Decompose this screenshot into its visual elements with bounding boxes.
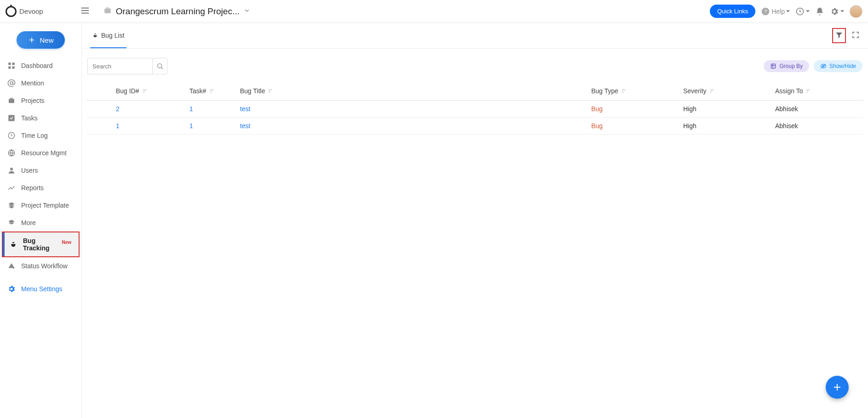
- sidebar-item-more[interactable]: More: [0, 214, 81, 232]
- add-bug-fab[interactable]: [826, 376, 849, 399]
- svg-rect-11: [12, 67, 15, 69]
- svg-rect-38: [710, 91, 713, 91]
- new-button-label: New: [40, 36, 53, 44]
- search-input[interactable]: [88, 59, 152, 73]
- sidebar-item-reports[interactable]: Reports: [0, 179, 81, 197]
- history-button[interactable]: [795, 7, 810, 16]
- svg-rect-39: [710, 92, 712, 93]
- column-label: Bug Title: [240, 87, 265, 95]
- layers-icon: [7, 201, 16, 209]
- column-label: Task#: [189, 87, 206, 95]
- svg-rect-2: [81, 13, 89, 14]
- group-by-label: Group By: [779, 63, 803, 69]
- sort-icon: [805, 88, 811, 94]
- sidebar-item-label: Users: [21, 167, 38, 174]
- svg-rect-42: [806, 92, 808, 93]
- show-hide-button[interactable]: Show/Hide: [814, 60, 862, 72]
- table-row[interactable]: 1 1 test Bug High Abhisek: [86, 118, 863, 135]
- sidebar-item-label: Status Workflow: [21, 262, 68, 270]
- sidebar: New Dashboard Mention Projects: [0, 23, 82, 418]
- group-by-button[interactable]: Group By: [764, 60, 809, 72]
- plus-icon: [832, 382, 843, 393]
- bug-id-link[interactable]: 2: [116, 105, 120, 113]
- sidebar-item-resource[interactable]: Resource Mgmt: [0, 144, 81, 162]
- sort-icon: [621, 88, 627, 94]
- project-name: Orangescrum Learning Projec...: [116, 6, 240, 17]
- th-severity[interactable]: Severity: [680, 82, 771, 101]
- svg-rect-29: [210, 91, 213, 91]
- column-label: Severity: [683, 87, 707, 95]
- sort-icon: [142, 88, 148, 94]
- fullscreen-icon: [851, 31, 860, 39]
- sidebar-item-template[interactable]: Project Template: [0, 197, 81, 214]
- chevron-down-icon: [243, 7, 251, 16]
- bug-id-link[interactable]: 1: [116, 122, 120, 130]
- fullscreen-button[interactable]: [851, 31, 860, 40]
- filter-button[interactable]: [832, 28, 846, 43]
- svg-point-17: [13, 267, 14, 269]
- sidebar-item-workflow[interactable]: Status Workflow: [0, 257, 81, 275]
- th-assign-to[interactable]: Assign To: [771, 82, 863, 101]
- svg-rect-27: [143, 92, 144, 93]
- grid-icon: [7, 62, 16, 70]
- sidebar-item-label: Dashboard: [21, 62, 53, 69]
- help-button[interactable]: ? Help: [761, 7, 790, 16]
- sidebar-item-bug-tracking[interactable]: Bug Tracking New: [3, 232, 79, 256]
- new-button[interactable]: New: [17, 31, 64, 49]
- th-bug-id[interactable]: Bug ID#: [112, 82, 186, 101]
- svg-rect-30: [210, 92, 211, 93]
- task-link[interactable]: 1: [189, 122, 193, 130]
- bug-type-value: Bug: [591, 105, 603, 113]
- svg-rect-34: [622, 90, 626, 90]
- th-checkbox: [86, 82, 112, 101]
- caret-down-icon: [840, 10, 844, 12]
- check-box-icon: [7, 114, 16, 122]
- filter-icon: [835, 31, 843, 39]
- tab-label: Bug List: [101, 32, 125, 39]
- brand-name: Devoop: [19, 7, 43, 15]
- svg-rect-26: [143, 91, 146, 91]
- search-button[interactable]: [152, 58, 167, 74]
- svg-rect-35: [622, 91, 625, 91]
- sidebar-item-menu-settings[interactable]: Menu Settings: [0, 280, 81, 298]
- tab-bug-list[interactable]: Bug List: [90, 23, 126, 48]
- sidebar-item-mention[interactable]: Mention: [0, 74, 81, 92]
- help-label: Help: [771, 8, 785, 15]
- column-label: Bug ID#: [116, 87, 139, 95]
- menu-toggle-icon[interactable]: [80, 6, 90, 17]
- logo[interactable]: Devoop: [6, 6, 43, 17]
- user-avatar[interactable]: [850, 5, 862, 18]
- quick-links-button[interactable]: Quick Links: [710, 5, 755, 18]
- svg-rect-31: [268, 90, 272, 90]
- bug-title-link[interactable]: test: [240, 105, 251, 113]
- svg-rect-20: [771, 64, 776, 68]
- notifications-button[interactable]: [815, 7, 824, 16]
- project-selector[interactable]: Orangescrum Learning Projec...: [103, 6, 251, 17]
- sidebar-item-timelog[interactable]: Time Log: [0, 127, 81, 144]
- sort-icon: [209, 88, 215, 94]
- svg-rect-33: [268, 92, 270, 93]
- workflow-icon: [7, 262, 16, 270]
- sidebar-item-tasks[interactable]: Tasks: [0, 109, 81, 127]
- svg-rect-32: [268, 91, 271, 91]
- layers-icon: [7, 219, 16, 227]
- table-row[interactable]: 2 1 test Bug High Abhisek: [86, 101, 863, 118]
- at-icon: [7, 79, 16, 87]
- settings-button[interactable]: [830, 7, 844, 16]
- th-bug-type[interactable]: Bug Type: [588, 82, 680, 101]
- task-link[interactable]: 1: [189, 105, 193, 113]
- sidebar-item-projects[interactable]: Projects: [0, 92, 81, 109]
- svg-rect-28: [210, 90, 214, 90]
- svg-point-18: [157, 64, 161, 68]
- briefcase-icon: [7, 96, 16, 105]
- svg-line-19: [161, 68, 163, 69]
- bug-title-link[interactable]: test: [240, 122, 251, 130]
- group-icon: [770, 63, 777, 69]
- th-bug-title[interactable]: Bug Title: [236, 82, 588, 101]
- toolbar: Group By Show/Hide: [86, 58, 863, 82]
- sidebar-item-dashboard[interactable]: Dashboard: [0, 57, 81, 74]
- svg-rect-40: [806, 90, 810, 90]
- svg-rect-10: [8, 67, 11, 69]
- sidebar-item-users[interactable]: Users: [0, 162, 81, 179]
- th-task[interactable]: Task#: [186, 82, 236, 101]
